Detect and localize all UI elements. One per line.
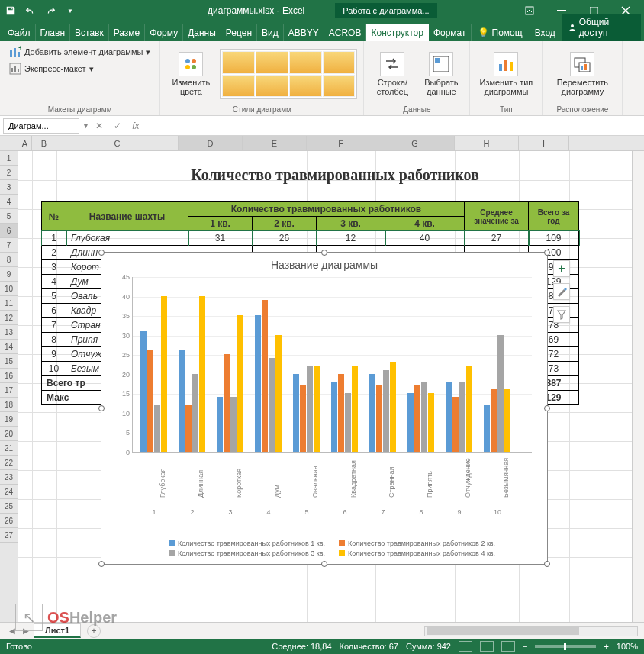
chart-filter-button[interactable] (553, 306, 570, 323)
add-chart-element-button[interactable]: +Добавить элемент диаграммы ▾ (6, 44, 153, 60)
fx-icon[interactable]: fx (129, 119, 143, 133)
tab-file[interactable]: Файл (3, 24, 36, 41)
style-thumb[interactable] (323, 51, 356, 74)
row-header[interactable]: 11 (0, 296, 18, 311)
style-thumb[interactable] (222, 75, 255, 98)
col-header[interactable]: B (32, 136, 56, 150)
tab-data[interactable]: Данны (183, 24, 221, 41)
row-header[interactable]: 24 (0, 485, 18, 499)
zoom-in-button[interactable]: + (604, 642, 608, 651)
legend-item[interactable]: Количество травмированных работников 3 к… (169, 549, 325, 557)
qat-dropdown-icon[interactable]: ▼ (63, 3, 78, 18)
col-header[interactable]: H (455, 136, 519, 150)
tab-formulas[interactable]: Форму (145, 24, 183, 41)
legend-item[interactable]: Количество травмированных работников 1 к… (169, 540, 325, 547)
tab-home[interactable]: Главн (36, 24, 71, 41)
redo-icon[interactable] (43, 3, 58, 18)
row-header[interactable]: 26 (0, 514, 18, 528)
row-header[interactable]: 4 (0, 195, 18, 209)
row-header[interactable]: 21 (0, 441, 18, 456)
row-header[interactable]: 25 (0, 499, 18, 514)
tab-format[interactable]: Формат (429, 24, 472, 41)
row-header[interactable]: 2 (0, 166, 18, 180)
style-thumb[interactable] (256, 51, 288, 74)
chart-plot-area[interactable]: 051015202530354045Глубокая1Длинная2Корот… (132, 277, 532, 453)
accept-formula-icon[interactable]: ✓ (111, 119, 124, 133)
resize-handle[interactable] (544, 250, 550, 256)
tab-design[interactable]: Конструктор (366, 24, 428, 41)
tab-insert[interactable]: Вставк (70, 24, 109, 41)
row-header[interactable]: 1 (0, 151, 18, 166)
switch-row-col-button[interactable]: Строка/столбец (370, 50, 414, 98)
row-header[interactable]: 5 (0, 209, 18, 224)
horizontal-scrollbar[interactable] (424, 626, 638, 636)
row-header[interactable]: 17 (0, 383, 18, 398)
vertical-scrollbar[interactable] (632, 151, 644, 624)
tab-abbyy[interactable]: ABBYY (284, 24, 324, 41)
resize-handle[interactable] (321, 250, 327, 256)
formula-input[interactable] (147, 118, 641, 134)
cancel-formula-icon[interactable]: ✕ (92, 119, 106, 133)
row-header[interactable]: 13 (0, 325, 18, 340)
row-header[interactable]: 16 (0, 369, 18, 383)
legend-item[interactable]: Количество травмированных работников 4 к… (339, 549, 495, 557)
style-thumb[interactable] (289, 75, 322, 98)
tab-login[interactable]: Вход (529, 24, 562, 41)
zoom-out-button[interactable]: − (523, 642, 527, 651)
resize-handle[interactable] (544, 405, 550, 411)
ribbon-options-icon[interactable] (514, 2, 545, 20)
col-header[interactable]: A (18, 136, 32, 150)
tab-view[interactable]: Вид (257, 24, 284, 41)
resize-handle[interactable] (544, 561, 550, 567)
table-row[interactable]: 1Глубокая3126124027109 (42, 231, 579, 246)
col-header[interactable]: D (179, 136, 243, 150)
view-page-break-button[interactable] (501, 641, 515, 652)
view-page-layout-button[interactable] (480, 641, 494, 652)
move-chart-button[interactable]: Переместить диаграмму (549, 50, 616, 98)
row-header[interactable]: 22 (0, 456, 18, 470)
style-thumb[interactable] (222, 51, 255, 74)
row-header[interactable]: 3 (0, 180, 18, 195)
chart-styles-gallery[interactable] (220, 49, 357, 99)
row-header[interactable]: 9 (0, 267, 18, 282)
row-header[interactable]: 27 (0, 528, 18, 543)
row-header[interactable]: 20 (0, 427, 18, 441)
tab-help[interactable]: 💡 Помощ (472, 24, 529, 41)
style-thumb[interactable] (289, 51, 322, 74)
zoom-slider[interactable] (535, 645, 596, 648)
select-all-corner[interactable] (0, 136, 18, 150)
row-header[interactable]: 12 (0, 311, 18, 325)
select-data-button[interactable]: Выбрать данные (419, 50, 463, 98)
change-chart-type-button[interactable]: Изменить тип диаграммы (476, 50, 536, 98)
row-header[interactable]: 15 (0, 354, 18, 369)
resize-handle[interactable] (98, 561, 105, 567)
save-icon[interactable] (3, 3, 18, 18)
tab-layout[interactable]: Разме (109, 24, 146, 41)
name-box[interactable] (3, 118, 79, 134)
chart-title[interactable]: Название диаграммы (101, 253, 547, 274)
row-header[interactable]: 8 (0, 253, 18, 267)
row-header[interactable]: 10 (0, 282, 18, 296)
col-header[interactable]: F (307, 136, 375, 150)
view-normal-button[interactable] (459, 641, 472, 652)
change-colors-button[interactable]: Изменить цвета (166, 50, 215, 98)
col-header[interactable]: I (519, 136, 569, 150)
resize-handle[interactable] (321, 561, 327, 567)
resize-handle[interactable] (98, 250, 105, 256)
chart-legend[interactable]: Количество травмированных работников 1 к… (124, 540, 539, 559)
tab-share[interactable]: Общий доступ (562, 14, 641, 41)
row-header[interactable]: 23 (0, 470, 18, 485)
col-header[interactable]: E (243, 136, 307, 150)
row-header[interactable]: 6 (0, 224, 18, 238)
col-header[interactable]: G (375, 136, 455, 150)
row-header[interactable]: 7 (0, 238, 18, 253)
chart-elements-button[interactable]: + (553, 260, 570, 277)
col-header[interactable]: C (56, 136, 179, 150)
row-header[interactable]: 14 (0, 340, 18, 354)
resize-handle[interactable] (98, 405, 105, 411)
tab-review[interactable]: Рецен (221, 24, 257, 41)
tab-acrobat[interactable]: ACROB (324, 24, 367, 41)
legend-item[interactable]: Количество травмированных работников 2 к… (339, 540, 495, 547)
chart-object[interactable]: Название диаграммы 051015202530354045Глу… (101, 252, 548, 565)
style-thumb[interactable] (323, 75, 356, 98)
